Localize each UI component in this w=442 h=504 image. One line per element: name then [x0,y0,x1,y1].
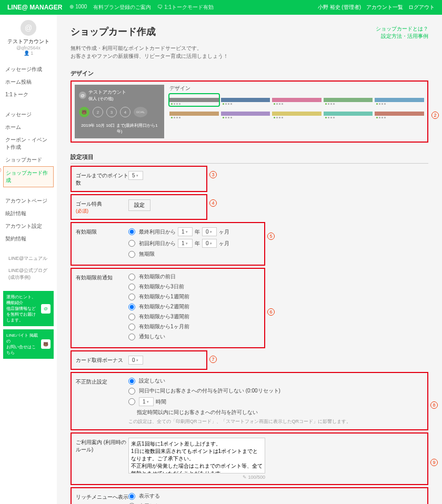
sidebar-item-manual[interactable]: LINE@マニュアル [3,253,54,265]
promo-tips[interactable]: 運用のヒント、機能紹介 他店舗情報などを無料でお届けします。 @ [3,291,54,326]
fraud-note: この設定は、全ての「印刷用QRコード」、「スマートフォン画面に表示したQRコード… [128,418,423,425]
radio-notify-3[interactable] [128,304,135,310]
sidebar-item-talk[interactable]: 1:1トーク [3,88,54,101]
radio-expiry-first[interactable] [128,240,135,247]
theme-tile-8[interactable] [324,108,373,119]
profile-name: テストアカウント [3,38,54,45]
plan-link[interactable]: 有料プラン登録のご案内 [93,4,151,11]
label-notify: 有効期限前通知 [76,273,128,343]
set-reward-button[interactable]: 設定 [128,199,150,211]
current-user[interactable]: 小野 裕史 (管理者) [318,4,361,11]
row-goal-points: ゴールまでのポイント数 5▾ 3 [71,166,207,192]
label-fraud: 不正防止設定 [76,377,128,425]
sidebar-item-account-page[interactable]: アカウントページ [3,195,54,207]
sidebar-item-contract[interactable]: 契約情報 [3,233,54,245]
radio-notify-6[interactable] [128,334,135,340]
radio-notify-2[interactable] [128,294,135,300]
design-box: @ テストアカウント 個人 (その他) 🐻 2 3 4 GOAL 2019年 1… [71,80,428,143]
page-title: ショップカード作成 [71,25,156,38]
guide-textarea[interactable] [128,438,265,473]
sidebar-item-coupon[interactable]: クーポン・イベント作成 [3,134,54,154]
settings-section-title: 設定項目 [71,153,428,164]
row-fraud: 不正防止設定 設定しない 同日中に同じお客さまへの付与を許可しない (0:00リ… [71,372,428,430]
themes-label: デザイン [169,85,424,92]
select-goal-points[interactable]: 5▾ [128,171,143,180]
theme-tile-4[interactable] [375,94,424,106]
sidebar-item-home[interactable]: ホーム [3,121,54,134]
annotation-2: 2 [431,112,439,119]
theme-tile-1[interactable] [221,94,270,106]
radio-notify-1[interactable] [128,284,135,290]
radio-rich-show[interactable] [128,493,135,500]
main-content: ショップカード作成 ショップカードとは？ 設定方法・活用事例 無料で作成・利用可… [57,15,442,504]
sidebar-item-blog[interactable]: LINE@公式ブログ (成功事例) [3,265,54,284]
select-year-1[interactable]: 1▾ [178,227,193,236]
select-month-1[interactable]: 0▾ [202,227,217,236]
profile-id: @qfn2564x [3,45,54,51]
theme-grid [169,94,424,119]
row-expiry: 有効期限 最終利用日から 1▾年 0▾ヶ月 初回利用日から 1▾年 0▾ヶ月 無… [71,222,265,266]
top-bar: LINE@ MANAGER ⊕ 1000 有料プラン登録のご案内 🗨 1:1トー… [0,0,442,15]
radio-notify-0[interactable] [128,274,135,280]
sidebar-item-messages[interactable]: メッセージ [3,108,54,121]
row-richmenu: リッチメニューへ表示 表示する 表示しない LINEトーク画面下部のリッチメニュ… [71,487,428,504]
radio-fraud-sameday[interactable] [128,388,135,395]
radio-fraud-hours[interactable] [128,398,135,405]
select-fraud-hours[interactable]: 1▾ [139,397,154,406]
account-list-link[interactable]: アカウント一覧 [366,4,403,11]
sidebar-item-shopcard[interactable]: ショップカード [3,154,54,166]
sidebar-item-message[interactable]: メッセージ作成 [3,63,54,76]
page-description: 無料で作成・利用可能なポイントカードサービスです。 お客さまやファンの新規獲得、… [71,44,428,60]
card-preview: @ テストアカウント 個人 (その他) 🐻 2 3 4 GOAL 2019年 1… [75,85,164,138]
preview-logo-icon: @ [79,92,86,99]
radio-notify-4[interactable] [128,314,135,320]
stamp-row: 🐻 2 3 4 GOAL [79,107,160,117]
row-guide: ご利用案内 (利用時のルール) ✎ 100/500 9 [71,432,428,485]
sidebar-item-account-settings[interactable]: アカウント設定 [3,220,54,233]
label-goal-points: ゴールまでのポイント数 [76,171,128,187]
theme-tile-2[interactable] [272,94,322,106]
theme-tile-7[interactable] [272,108,322,119]
fraud-hours-desc: 指定時間以内に同じお客さまへの付与を許可しない [128,409,423,416]
radio-expiry-last[interactable] [128,228,135,235]
help-link-what[interactable]: ショップカードとは？ [376,25,428,33]
preview-acct-sub: 個人 (その他) [88,96,126,102]
theme-tile-0[interactable] [169,94,219,106]
radio-fraud-none[interactable] [128,378,135,385]
label-bonus: カード取得ボーナス [76,356,128,365]
line-at-icon: @ [41,304,51,314]
select-month-2[interactable]: 0▾ [202,239,217,248]
brand-logo: LINE@ MANAGER [7,4,62,11]
promo-baito[interactable]: LINEバイト 掲載の お問い合せはこちら 🐻 [3,329,54,359]
select-year-2[interactable]: 1▾ [178,239,193,248]
preview-acct-name: テストアカウント [88,89,126,96]
label-expiry: 有効期限 [76,227,128,260]
select-bonus[interactable]: 0▾ [128,356,143,365]
sidebar-item-home-post[interactable]: ホーム投稿 [3,76,54,88]
profile-followers: 👤 1 [3,51,54,56]
stamp-1: 🐻 [79,107,89,117]
theme-tile-5[interactable] [169,108,219,119]
logout-link[interactable]: ログアウト [408,4,435,11]
help-link-usage[interactable]: 設定方法・活用事例 [376,33,428,40]
theme-tile-9[interactable] [375,108,424,119]
avatar-icon: @ [21,20,36,36]
radio-expiry-none[interactable] [128,251,135,258]
design-section-title: デザイン [71,69,428,77]
stamp-goal: GOAL [134,107,147,117]
talk-mode: 🗨 1:1トークモード有効 [157,4,214,11]
sidebar-item-shopcard-create[interactable]: ショップカード作成 [3,166,54,187]
mascot-icon: 🐻 [41,339,51,349]
guide-char-count: ✎ 100/500 [128,475,265,480]
row-notify: 有効期限前通知 有効期限の前日有効期限から3日前有効期限から1週間前有効期限から… [71,268,265,348]
row-goal-reward: ゴール特典 (必須) 設定 4 [71,194,207,220]
sidebar-item-stats[interactable]: 統計情報 [3,207,54,220]
label-goal-reward: ゴール特典 (必須) [76,199,128,215]
theme-tile-3[interactable] [324,94,373,106]
sidebar: @ テストアカウント @qfn2564x 👤 1 メッセージ作成 ホーム投稿 1… [0,15,57,504]
profile-block: @ テストアカウント @qfn2564x 👤 1 [3,20,54,56]
radio-notify-5[interactable] [128,324,135,330]
stamp-3: 3 [106,107,117,117]
theme-tile-6[interactable] [221,108,270,119]
stamp-2: 2 [93,107,103,117]
